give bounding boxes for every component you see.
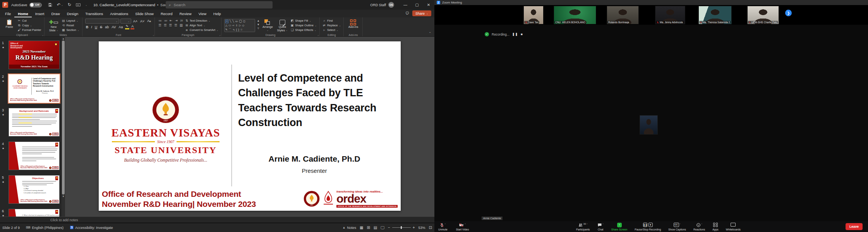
font-size-select[interactable]: ⌄ (120, 19, 131, 24)
tab-design[interactable]: Design (63, 10, 82, 17)
tab-transitions[interactable]: Transitions (82, 10, 106, 17)
align-left-icon[interactable]: ☰ (158, 23, 162, 27)
section-button[interactable]: ▦Section⌄ (62, 28, 79, 32)
present-button[interactable] (76, 3, 81, 7)
zoom-out-icon[interactable]: − (388, 225, 390, 230)
user-name[interactable]: ORD Staff (370, 3, 386, 7)
slide-footer[interactable]: Office of Research and Development Novem… (102, 189, 256, 210)
search-input[interactable] (174, 3, 259, 7)
thumbnail-canvas[interactable]: Objectives 1.1 Sex 1.2 Age 1.3 research … (9, 175, 60, 204)
notes-toggle-button[interactable]: ▲ Notes (343, 226, 356, 230)
tab-insert[interactable]: Insert (32, 10, 48, 17)
participant-video[interactable]: UPM-SHS Charlie Falguera (747, 6, 779, 24)
undo-button[interactable]: ↶⌄ (57, 2, 63, 7)
normal-view-button[interactable]: ▦ (360, 225, 363, 230)
clear-formatting-button[interactable]: A𝄪 (146, 19, 152, 23)
leave-button[interactable]: Leave (846, 223, 863, 230)
line-spacing-icon[interactable]: ↕≡ (179, 19, 184, 22)
close-button[interactable]: ✕ (423, 0, 434, 10)
shapes-scroll-down-icon[interactable]: ▾ (257, 22, 259, 26)
share-screen-button[interactable]: ↑ Share Screen (611, 223, 628, 231)
dialog-launcher-icon[interactable]: ⌟ (317, 33, 319, 36)
thumbnail-canvas[interactable]: Office of Research and Development 2023 … (9, 41, 60, 69)
shape-outline-button[interactable]: ▣Shape Outline⌄ (290, 23, 317, 27)
restore-button[interactable]: ▢ (411, 0, 423, 10)
chevron-up-icon[interactable]: ⌃ (679, 223, 681, 225)
minimize-button[interactable]: — (400, 0, 411, 10)
grow-font-button[interactable]: A˄ (132, 19, 138, 23)
align-text-button[interactable]: ⊞Align Text⌄ (185, 23, 218, 27)
align-center-icon[interactable]: ☰ (163, 23, 167, 27)
slide-sorter-view-button[interactable]: ⊞ (367, 225, 370, 230)
tab-view[interactable]: View (195, 10, 210, 17)
participant-video[interactable]: Ma. Jenny Advincula (655, 6, 685, 24)
scroll-down-icon[interactable]: ▼ (62, 194, 65, 198)
text-direction-button[interactable]: ⇅Text Direction⌄ (185, 19, 218, 23)
save-button[interactable] (48, 3, 52, 7)
next-page-button[interactable]: ❯ (785, 10, 792, 16)
customize-qat-button[interactable]: ⌄ (85, 3, 87, 6)
chevron-up-icon[interactable]: ⌃ (587, 223, 588, 225)
font-color-button[interactable]: A (130, 24, 134, 29)
align-right-icon[interactable]: ☰ (168, 23, 173, 27)
pause-stop-recording-button[interactable]: ❚❚ ■ Pause/Stop Recording (635, 223, 661, 231)
reading-view-button[interactable]: ▤ (374, 225, 377, 230)
apps-button[interactable]: Apps (712, 223, 719, 231)
zoom-in-icon[interactable]: + (413, 225, 415, 230)
slideshow-button[interactable]: 🖵 (381, 225, 384, 230)
stop-recording-icon[interactable]: ■ (521, 32, 523, 36)
tab-file[interactable]: File (2, 10, 14, 17)
share-button[interactable]: Share ⌄ (412, 10, 431, 16)
chevron-up-icon[interactable]: ⌃ (602, 223, 604, 225)
shapes-scroll-up-icon[interactable]: ▴ (257, 19, 259, 22)
select-button[interactable]: ▹Select⌄ (322, 28, 341, 32)
underline-button[interactable]: U (94, 25, 98, 29)
slide-author[interactable]: Arnie M. Cadiente, Ph.D (235, 154, 394, 164)
slide-presenter-role[interactable]: Presenter (235, 167, 394, 174)
increase-indent-icon[interactable]: ⇥ (174, 19, 178, 22)
dialog-launcher-icon[interactable]: ⌟ (42, 33, 43, 36)
bold-button[interactable]: B (85, 25, 89, 29)
decrease-indent-icon[interactable]: ⇤ (169, 19, 173, 22)
shape-fill-button[interactable]: ◩Shape Fill⌄ (290, 19, 317, 23)
bullets-icon[interactable]: ≔ (158, 19, 162, 22)
character-spacing-button[interactable]: AV (111, 25, 117, 29)
chat-button[interactable]: ⌃ Chat (597, 223, 604, 231)
find-button[interactable]: ⌕Find (322, 19, 341, 23)
language-selector[interactable]: ⌨ English (Philippines) (26, 226, 63, 230)
slide-title[interactable]: Level of Competence and Challenges Faced… (238, 71, 392, 130)
participant-video[interactable]: Ma. Theresa Salamida Sala... (698, 6, 732, 24)
columns-icon[interactable]: ▥ (179, 23, 183, 27)
chevron-up-icon[interactable]: ⌃ (464, 223, 466, 225)
replace-button[interactable]: ⇄Replace⌄ (322, 23, 341, 27)
arrange-button[interactable]: Arrange⌄ (261, 19, 274, 32)
tab-slide-show[interactable]: Slide Show (132, 10, 157, 17)
paste-button[interactable]: 📋 Paste (3, 19, 16, 29)
redo-button[interactable]: ↻ (68, 2, 71, 7)
italic-button[interactable]: I (90, 25, 93, 29)
whiteboards-button[interactable]: Whiteboards (726, 223, 741, 231)
copy-button[interactable]: ⧉Copy⌄ (17, 23, 41, 27)
tab-record[interactable]: Record (157, 10, 176, 17)
text-shadow-button[interactable]: ab (104, 25, 110, 29)
reset-button[interactable]: ⟲Reset (62, 23, 79, 27)
font-name-select[interactable]: ⌄ (85, 19, 119, 24)
tab-help[interactable]: Help (210, 10, 225, 17)
new-slide-button[interactable]: ✚▭ New Slide⌄ (47, 19, 60, 32)
chevron-up-icon[interactable]: ⌃ (701, 223, 703, 225)
text-box-icon[interactable]: A (225, 20, 228, 23)
shapes-gallery[interactable]: A╲╲▭◯◻ △⬭⇨⇩▷◇ ✎⌒∿{}☆ (224, 19, 255, 32)
tab-review[interactable]: Review (176, 10, 195, 17)
thumbnail-canvas[interactable]: Background and Rationale Office of Resea… (9, 108, 60, 136)
highlight-color-button[interactable]: ✎ (125, 24, 130, 29)
participants-button[interactable]: 30 ⌃ Participants (576, 223, 590, 231)
fit-to-window-icon[interactable]: ⊡ (429, 225, 432, 230)
numbering-icon[interactable]: ≕ (163, 19, 168, 22)
unmute-button[interactable]: ⌃ Unmute (438, 223, 448, 231)
thumbnail-canvas[interactable]: EASTERN VISAYAS STATE UNIVERSITY Level o… (9, 74, 60, 103)
change-case-button[interactable]: Aa (118, 25, 124, 29)
pause-recording-icon[interactable]: ❚❚ (512, 32, 518, 36)
zoom-slider-thumb[interactable] (401, 226, 402, 229)
university-logo-block[interactable]: 1907 EASTERN VISAYAS Since 1907 STATE UN… (110, 96, 222, 162)
pause-recording-icon[interactable]: ❚❚ (643, 223, 647, 227)
